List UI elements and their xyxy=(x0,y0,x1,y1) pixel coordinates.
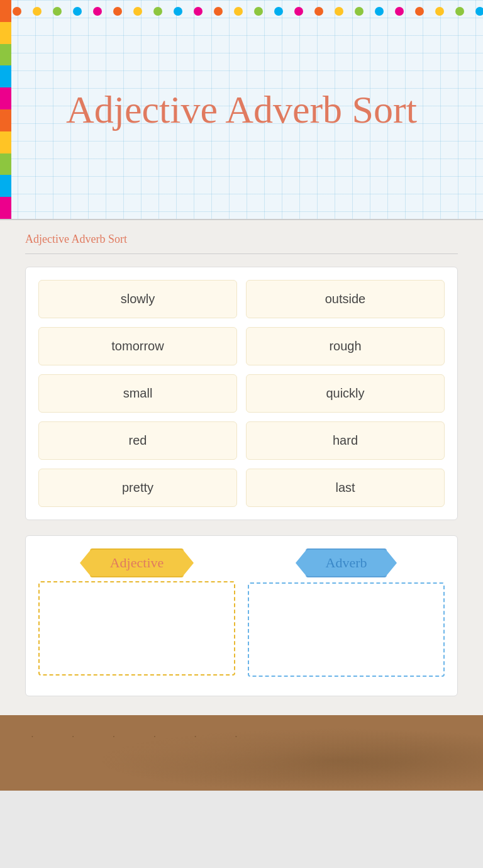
word-card-pretty[interactable]: pretty xyxy=(38,469,237,507)
word-card-hard[interactable]: hard xyxy=(246,421,445,460)
adjective-drop-zone-wrapper: Adjective xyxy=(38,548,235,677)
adverb-drop-zone-wrapper: Adverb xyxy=(248,548,445,677)
dot-strip-top xyxy=(0,5,483,18)
page-title: Adjective Adverb Sort xyxy=(66,87,417,132)
word-card-rough[interactable]: rough xyxy=(246,327,445,365)
main-content: Adjective Adverb Sort slowly outside tom… xyxy=(0,220,483,715)
word-grid: slowly outside tomorrow rough small quic… xyxy=(25,267,458,520)
dot-strip-bottom xyxy=(0,201,483,214)
header-section: Adjective Adverb Sort xyxy=(0,0,483,220)
divider xyxy=(25,253,458,254)
adverb-ribbon: Adverb xyxy=(306,548,387,577)
word-card-tomorrow[interactable]: tomorrow xyxy=(38,327,237,365)
adjective-ribbon-label: Adjective xyxy=(90,548,184,577)
left-color-strip xyxy=(0,0,11,219)
adjective-drop-box[interactable] xyxy=(38,581,235,676)
adverb-drop-box[interactable] xyxy=(248,582,445,677)
breadcrumb: Adjective Adverb Sort xyxy=(25,233,458,246)
word-card-small[interactable]: small xyxy=(38,374,237,413)
bottom-gray-section xyxy=(0,791,483,868)
word-card-quickly[interactable]: quickly xyxy=(246,374,445,413)
cardboard-section xyxy=(0,715,483,791)
word-card-outside[interactable]: outside xyxy=(246,280,445,318)
word-card-red[interactable]: red xyxy=(38,421,237,460)
word-card-last[interactable]: last xyxy=(246,469,445,507)
drop-zone-container: Adjective Adverb xyxy=(25,535,458,696)
adjective-ribbon: Adjective xyxy=(90,548,184,577)
word-card-slowly[interactable]: slowly xyxy=(38,280,237,318)
adverb-ribbon-label: Adverb xyxy=(306,548,387,577)
